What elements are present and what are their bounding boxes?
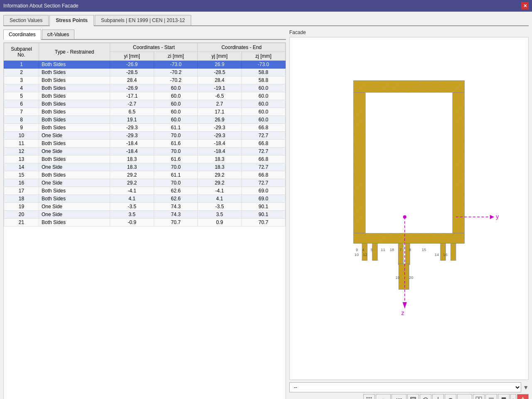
window-close-button[interactable]: ✕ xyxy=(521,2,529,10)
dropdown-row: -- ▼ xyxy=(289,382,529,392)
table-row[interactable]: 7 Both Sides 6.5 60.0 17.1 60.0 xyxy=(4,108,286,116)
table-row[interactable]: 16 One Side 29.2 70.0 29.2 72.7 xyxy=(4,179,286,187)
svg-text:y: y xyxy=(496,213,499,220)
svg-rect-60 xyxy=(479,397,482,399)
facade-title: Facade xyxy=(289,30,529,35)
toolbar-row: ▼ 100 T xyxy=(289,394,529,399)
table-row[interactable]: 4 Both Sides -26.9 60.0 -19.1 60.0 xyxy=(4,84,286,92)
svg-text:14: 14 xyxy=(435,253,439,257)
svg-text:19: 19 xyxy=(395,276,399,280)
toolbar-vertical-btn[interactable] xyxy=(432,394,444,399)
table-row[interactable]: 21 Both Sides -0.9 70.7 0.9 70.7 xyxy=(4,219,286,227)
table-row[interactable]: 13 Both Sides 18.3 61.6 18.3 66.8 xyxy=(4,155,286,163)
svg-text:4: 4 xyxy=(362,248,364,252)
table-row[interactable]: 19 One Side -3.5 74.3 -3.5 90.1 xyxy=(4,203,286,211)
table-row[interactable]: 9 Both Sides -29.3 61.1 -29.3 66.8 xyxy=(4,124,286,132)
table-row[interactable]: 6 Both Sides -2.7 60.0 2.7 60.0 xyxy=(4,100,286,108)
svg-rect-24 xyxy=(399,264,409,290)
svg-text:12: 12 xyxy=(363,253,367,257)
svg-rect-16 xyxy=(398,244,403,265)
svg-text:16: 16 xyxy=(443,253,447,257)
svg-rect-14 xyxy=(372,244,377,261)
svg-rect-10 xyxy=(365,93,452,233)
title-bar: Information About Section Facade ✕ xyxy=(0,0,532,12)
table-row[interactable]: 12 One Side -18.4 70.0 -18.4 72.7 xyxy=(4,148,286,155)
toolbar-grid-btn[interactable] xyxy=(473,394,485,399)
tab-coordinates[interactable]: Coordinates xyxy=(3,30,41,40)
col-header-yi: yi [mm] xyxy=(110,52,154,61)
tab-subpanels[interactable]: Subpanels | EN 1999 | CEN | 2013-12 xyxy=(95,15,191,25)
svg-text:10: 10 xyxy=(355,253,359,257)
svg-rect-5 xyxy=(354,93,366,233)
left-panel: Coordinates c/t-Values Subpanel No. xyxy=(3,30,286,399)
table-body: 1 Both Sides -26.9 -73.0 26.9 -73.0 2 Bo… xyxy=(4,61,286,227)
svg-rect-3 xyxy=(354,81,465,93)
tab-ct-values[interactable]: c/t-Values xyxy=(42,30,74,39)
svg-rect-66 xyxy=(502,397,506,399)
table-row[interactable]: 2 Both Sides -28.5 -70.2 -28.5 58.8 xyxy=(4,69,286,76)
svg-point-46 xyxy=(367,397,368,399)
svg-text:20: 20 xyxy=(409,276,413,280)
svg-rect-22 xyxy=(451,244,456,261)
toolbar-lines-btn[interactable] xyxy=(485,394,497,399)
window-title: Information About Section Facade xyxy=(3,3,79,9)
svg-text:7: 7 xyxy=(399,248,401,252)
toolbar-settings-btn[interactable] xyxy=(517,394,529,399)
svg-text:z: z xyxy=(401,310,404,316)
toolbar-text-btn[interactable]: T xyxy=(445,394,456,399)
toolbar-measure-btn[interactable]: 100 xyxy=(392,394,406,399)
main-content: Section Values Stress Points Subpanels |… xyxy=(0,12,532,399)
svg-rect-18 xyxy=(406,244,410,265)
data-table: Subpanel No. Type - Restrained Coordinat… xyxy=(4,43,286,227)
toolbar-numbers-btn[interactable]: 1.2.3 xyxy=(457,394,472,399)
toolbar-print-dropdown-btn[interactable]: ▼ xyxy=(510,394,516,399)
toolbar-points-btn[interactable] xyxy=(363,394,375,399)
facade-svg: y z 9 4 5 11 18 7 8 xyxy=(290,37,528,379)
table-row[interactable]: 5 Both Sides -17.1 60.0 -6.5 60.0 xyxy=(4,92,286,100)
table-row[interactable]: 3 Both Sides 28.4 -70.2 28.4 58.8 xyxy=(4,76,286,84)
table-row[interactable]: 20 One Side 3.5 74.3 3.5 90.1 xyxy=(4,211,286,219)
toolbar-rotate-btn[interactable] xyxy=(420,394,431,399)
data-table-container: Subpanel No. Type - Restrained Coordinat… xyxy=(3,42,286,399)
table-row[interactable]: 10 One Side -29.3 70.0 -29.3 72.7 xyxy=(4,132,286,140)
table-row[interactable]: 17 Both Sides -4.1 62.6 -4.1 69.0 xyxy=(4,187,286,195)
svg-point-31 xyxy=(403,215,406,219)
svg-text:9: 9 xyxy=(356,248,358,252)
col-header-zj: zj [mm] xyxy=(241,52,285,61)
toolbar-print-btn[interactable] xyxy=(498,394,510,399)
content-area: Coordinates c/t-Values Subpanel No. xyxy=(3,30,529,399)
col-header-type: Type - Restrained xyxy=(39,43,110,61)
table-row[interactable]: 1 Both Sides -26.9 -73.0 26.9 -73.0 xyxy=(4,61,286,69)
svg-text:11: 11 xyxy=(381,248,385,252)
svg-text:8: 8 xyxy=(409,248,411,252)
table-row[interactable]: 8 Both Sides 19.1 60.0 26.9 60.0 xyxy=(4,116,286,124)
col-header-coords-end: Coordinates - End xyxy=(198,43,286,52)
table-row[interactable]: 11 Both Sides -18.4 61.6 -18.4 66.8 xyxy=(4,140,286,148)
tab-section-values[interactable]: Section Values xyxy=(3,15,49,25)
table-row[interactable]: 18 Both Sides 4.1 62.6 4.1 69.0 xyxy=(4,195,286,203)
dropdown-arrow[interactable]: ▼ xyxy=(523,384,529,391)
svg-text:18: 18 xyxy=(390,248,394,252)
col-header-subpanel-no: Subpanel No. xyxy=(4,43,39,61)
top-tab-bar: Section Values Stress Points Subpanels |… xyxy=(3,15,529,26)
svg-rect-20 xyxy=(441,244,446,261)
table-row[interactable]: 15 Both Sides 29.2 61.1 29.2 66.8 xyxy=(4,171,286,179)
col-header-coords-start: Coordinates - Start xyxy=(110,43,198,52)
right-panel: Facade xyxy=(289,30,529,399)
svg-point-47 xyxy=(369,397,370,399)
main-window: Information About Section Facade ✕ Secti… xyxy=(0,0,532,399)
col-header-yj: yj [mm] xyxy=(198,52,241,61)
svg-point-48 xyxy=(371,397,372,399)
facade-dropdown[interactable]: -- xyxy=(289,382,521,392)
col-header-zi: zi [mm] xyxy=(154,52,197,61)
toolbar-dropdown-btn[interactable]: ▼ xyxy=(376,394,391,399)
svg-rect-9 xyxy=(354,233,465,244)
svg-text:15: 15 xyxy=(422,248,426,252)
table-row[interactable]: 14 One Side 18.3 70.0 18.3 72.7 xyxy=(4,163,286,171)
svg-rect-59 xyxy=(476,397,478,399)
facade-canvas: y z 9 4 5 11 18 7 8 xyxy=(289,37,529,380)
svg-rect-12 xyxy=(362,244,367,261)
toolbar-frame-btn[interactable] xyxy=(407,394,419,399)
svg-text:5: 5 xyxy=(371,248,373,252)
tab-stress-points[interactable]: Stress Points xyxy=(49,15,94,26)
